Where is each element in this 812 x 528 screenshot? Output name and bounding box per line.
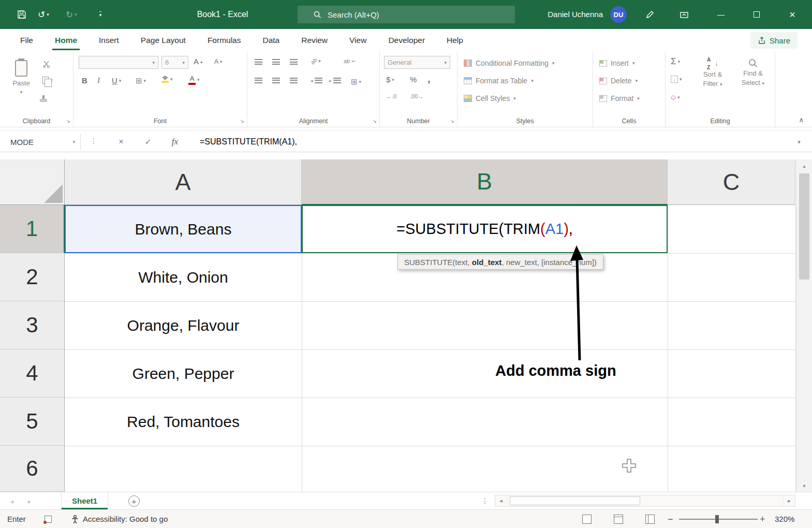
increase-indent-button[interactable]: ▸ — [329, 78, 341, 83]
align-left-button[interactable] — [255, 78, 262, 83]
tab-formulas[interactable]: Formulas — [197, 29, 252, 52]
avatar[interactable]: DU — [610, 6, 627, 23]
font-size-select[interactable]: 6▾ — [161, 56, 188, 69]
clipboard-dialog-launcher[interactable]: ↘ — [66, 118, 70, 124]
sheet-tab-sheet1[interactable]: Sheet1 — [61, 492, 108, 509]
undo-button[interactable]: ↺▾ — [32, 0, 55, 29]
vertical-scrollbar-thumb[interactable] — [799, 173, 809, 280]
delete-cells-button[interactable]: Delete ▾ — [599, 75, 638, 87]
align-center-button[interactable] — [272, 78, 280, 83]
format-painter-button[interactable] — [42, 95, 45, 102]
cell-a4[interactable]: Green, Pepper — [65, 349, 302, 398]
paste-button[interactable]: Paste ▾ — [6, 56, 36, 114]
user-name[interactable]: Daniel Uchenna — [548, 0, 603, 29]
horizontal-scrollbar[interactable]: ◂ ▸ — [495, 495, 795, 507]
tab-data[interactable]: Data — [252, 29, 290, 52]
percent-style-button[interactable]: % — [410, 76, 417, 83]
autosum-button[interactable]: Σ▾ — [671, 57, 680, 66]
row-header-4[interactable]: 4 — [0, 349, 65, 398]
formula-input[interactable]: =SUBSTITUTE(TRIM(A1), — [200, 134, 297, 150]
tab-page-layout[interactable]: Page Layout — [130, 29, 197, 52]
sort-filter-button[interactable]: AZ↓ Sort & Filter ▾ — [695, 56, 731, 89]
underline-button[interactable]: U▾ — [112, 77, 121, 84]
find-select-button[interactable]: Find & Select ▾ — [734, 56, 772, 87]
customize-quick-access-button[interactable]: ▾ — [89, 0, 112, 29]
macro-record-icon[interactable] — [45, 516, 52, 523]
font-dialog-launcher[interactable]: ↘ — [240, 118, 244, 124]
insert-cells-button[interactable]: Insert ▾ — [599, 57, 635, 69]
redo-button[interactable]: ↻▾ — [60, 0, 83, 29]
close-button[interactable]: × — [781, 0, 804, 29]
cell-a5[interactable]: Red, Tomantoes — [65, 398, 302, 446]
bold-button[interactable]: B — [82, 77, 87, 84]
search-input[interactable]: Search (Alt+Q) — [298, 6, 515, 23]
italic-button[interactable]: I — [97, 77, 100, 84]
enter-button[interactable]: ✓ — [139, 134, 157, 150]
collapse-ribbon-button[interactable]: ∧ — [799, 116, 804, 124]
decrease-decimal-button[interactable]: .00→ — [410, 93, 423, 99]
row-header-6[interactable]: 6 — [0, 446, 65, 492]
scroll-down-button[interactable]: ▾ — [796, 479, 812, 492]
tab-bar-splitter[interactable]: ⋮ — [481, 496, 489, 505]
row-header-1[interactable]: 1 — [0, 205, 65, 253]
page-layout-view-button[interactable] — [614, 515, 623, 524]
scroll-right-button[interactable]: ▸ — [783, 495, 795, 506]
top-align-button[interactable] — [255, 59, 262, 65]
tab-developer[interactable]: Developer — [377, 29, 436, 52]
formula-bar-resize-handle[interactable]: ⋮ — [90, 137, 97, 145]
save-button[interactable] — [10, 0, 33, 29]
column-header-b[interactable]: B — [302, 159, 668, 205]
alignment-dialog-launcher[interactable]: ↘ — [373, 118, 377, 124]
format-as-table-button[interactable]: Format as Table ▾ — [464, 75, 534, 87]
middle-align-button[interactable] — [272, 59, 280, 65]
cell-a1[interactable]: Brown, Beans — [65, 205, 302, 253]
inking-button[interactable] — [639, 0, 661, 29]
tab-help[interactable]: Help — [436, 29, 474, 52]
format-cells-button[interactable]: Format ▾ — [599, 92, 640, 105]
minimize-button[interactable]: — — [710, 0, 732, 29]
name-box[interactable]: MODE ▾ — [5, 134, 81, 150]
scroll-left-button[interactable]: ◂ — [495, 495, 507, 506]
accounting-format-button[interactable]: $▾ — [386, 76, 394, 83]
vertical-scrollbar[interactable]: ▴ ▾ — [796, 159, 812, 492]
orientation-button[interactable]: ab▾ — [311, 58, 321, 64]
tab-home[interactable]: Home — [44, 29, 88, 52]
row-header-2[interactable]: 2 — [0, 253, 65, 301]
maximize-button[interactable] — [745, 0, 768, 29]
clear-button[interactable]: ◇▾ — [671, 93, 680, 101]
increase-decimal-button[interactable]: ←.0 — [386, 93, 396, 99]
copy-button[interactable]: ▾ — [42, 77, 53, 84]
number-dialog-launcher[interactable]: ↘ — [450, 118, 454, 124]
cell-a2[interactable]: White, Onion — [65, 253, 302, 301]
sheet-nav-right[interactable]: ▸ — [23, 492, 36, 510]
insert-function-button[interactable]: fx — [166, 134, 184, 150]
cut-button[interactable] — [42, 60, 50, 68]
row-header-5[interactable]: 5 — [0, 398, 65, 446]
column-header-c[interactable]: C — [668, 159, 795, 205]
zoom-out-button[interactable]: − — [668, 510, 673, 528]
normal-view-button[interactable] — [582, 515, 592, 524]
cell-a3[interactable]: Orange, Flavour — [65, 301, 302, 349]
horizontal-scrollbar-thumb[interactable] — [510, 496, 640, 505]
row-header-3[interactable]: 3 — [0, 301, 65, 349]
cell-styles-button[interactable]: Cell Styles ▾ — [464, 92, 516, 105]
bottom-align-button[interactable] — [290, 59, 298, 65]
number-format-select[interactable]: General▾ — [384, 56, 450, 69]
column-header-a[interactable]: A — [65, 159, 302, 205]
wrap-text-button[interactable]: ab↩ — [344, 58, 356, 64]
decrease-font-size-button[interactable]: A▾ — [214, 58, 223, 65]
font-name-select[interactable]: ▾ — [79, 56, 158, 69]
ribbon-display-options-button[interactable] — [673, 0, 696, 29]
tab-view[interactable]: View — [338, 29, 377, 52]
merge-center-button[interactable]: ⊞▾ — [351, 78, 361, 85]
fill-color-button[interactable]: ▾ — [161, 76, 173, 83]
fill-button[interactable]: ↓▾ — [671, 76, 682, 83]
tab-insert[interactable]: Insert — [88, 29, 130, 52]
comma-style-button[interactable]: , — [427, 74, 431, 84]
tab-review[interactable]: Review — [290, 29, 338, 52]
align-right-button[interactable] — [290, 78, 298, 83]
zoom-level[interactable]: 320% — [775, 510, 794, 528]
scroll-up-button[interactable]: ▴ — [796, 159, 812, 172]
conditional-formatting-button[interactable]: Conditional Formatting ▾ — [464, 57, 554, 69]
select-all-corner[interactable] — [0, 159, 65, 205]
